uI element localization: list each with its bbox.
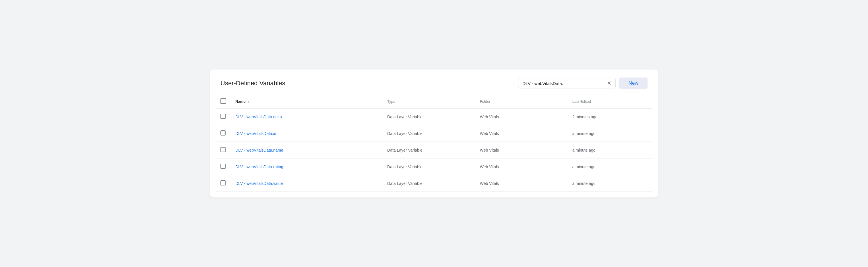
row-checkbox-cell [216, 175, 231, 192]
table-row: DLV - webVitalsData.value Data Layer Var… [216, 175, 652, 192]
name-column-label: Name [236, 99, 245, 103]
cell-type-3: Data Layer Variable [383, 158, 475, 175]
variable-link-2[interactable]: DLV - webVitalsData.name [236, 148, 283, 152]
main-panel: User-Defined Variables ✕ New Name [210, 69, 658, 198]
column-header-name: Name ↑ [231, 95, 383, 109]
cell-name-3: DLV - webVitalsData.rating [231, 158, 383, 175]
table-wrapper: Name ↑ Type Folder Last Edited [210, 95, 658, 198]
cell-name-4: DLV - webVitalsData.value [231, 175, 383, 192]
cell-name-1: DLV - webVitalsData.id [231, 125, 383, 142]
column-header-type: Type [383, 95, 475, 109]
variable-link-0[interactable]: DLV - webVitalsData.delta [236, 115, 282, 119]
table-header: Name ↑ Type Folder Last Edited [216, 95, 652, 109]
cell-type-2: Data Layer Variable [383, 142, 475, 158]
cell-folder-1: Web Vitals [475, 125, 568, 142]
column-header-last-edited: Last Edited [568, 95, 652, 109]
select-all-checkbox[interactable] [220, 98, 226, 104]
row-checkbox-1[interactable] [220, 130, 226, 136]
cell-folder-3: Web Vitals [475, 158, 568, 175]
cell-name-2: DLV - webVitalsData.name [231, 142, 383, 158]
table-row: DLV - webVitalsData.rating Data Layer Va… [216, 158, 652, 175]
table-row: DLV - webVitalsData.name Data Layer Vari… [216, 142, 652, 158]
search-input[interactable] [522, 81, 605, 86]
header-checkbox-cell [216, 95, 231, 109]
search-box: ✕ [518, 78, 616, 88]
row-checkbox-4[interactable] [220, 180, 226, 185]
cell-folder-2: Web Vitals [475, 142, 568, 158]
cell-type-1: Data Layer Variable [383, 125, 475, 142]
variable-link-1[interactable]: DLV - webVitalsData.id [236, 131, 276, 136]
cell-last-edited-0: 2 minutes ago [568, 109, 652, 125]
table-body: DLV - webVitalsData.delta Data Layer Var… [216, 109, 652, 192]
cell-name-0: DLV - webVitalsData.delta [231, 109, 383, 125]
column-header-folder: Folder [475, 95, 568, 109]
row-checkbox-cell [216, 109, 231, 125]
variable-link-3[interactable]: DLV - webVitalsData.rating [236, 165, 283, 169]
table-row: DLV - webVitalsData.id Data Layer Variab… [216, 125, 652, 142]
table-row: DLV - webVitalsData.delta Data Layer Var… [216, 109, 652, 125]
cell-type-0: Data Layer Variable [383, 109, 475, 125]
clear-search-icon[interactable]: ✕ [607, 81, 611, 86]
cell-type-4: Data Layer Variable [383, 175, 475, 192]
header-actions: ✕ New [518, 78, 648, 89]
sort-ascending-icon[interactable]: ↑ [247, 99, 249, 104]
row-checkbox-cell [216, 142, 231, 158]
row-checkbox-cell [216, 158, 231, 175]
row-checkbox-0[interactable] [220, 114, 226, 119]
row-checkbox-cell [216, 125, 231, 142]
row-checkbox-3[interactable] [220, 164, 226, 169]
page-title: User-Defined Variables [220, 80, 285, 87]
header: User-Defined Variables ✕ New [210, 69, 658, 95]
cell-last-edited-3: a minute ago [568, 158, 652, 175]
row-checkbox-2[interactable] [220, 147, 226, 152]
cell-folder-4: Web Vitals [475, 175, 568, 192]
cell-last-edited-1: a minute ago [568, 125, 652, 142]
new-button[interactable]: New [619, 78, 648, 89]
variables-table: Name ↑ Type Folder Last Edited [216, 95, 652, 192]
cell-last-edited-2: a minute ago [568, 142, 652, 158]
cell-last-edited-4: a minute ago [568, 175, 652, 192]
variable-link-4[interactable]: DLV - webVitalsData.value [236, 181, 283, 186]
cell-folder-0: Web Vitals [475, 109, 568, 125]
